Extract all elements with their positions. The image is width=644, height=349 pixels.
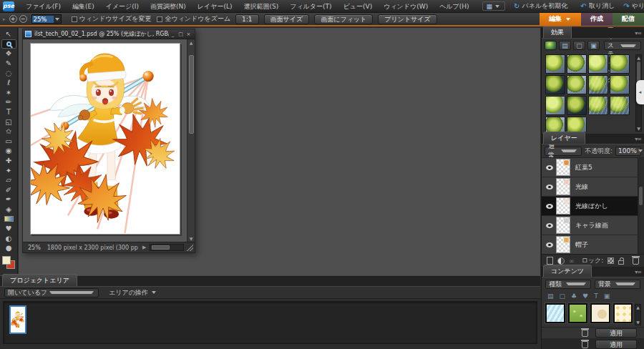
zoom-tool[interactable] bbox=[1, 39, 16, 49]
text-icon[interactable]: T bbox=[594, 293, 598, 300]
layer-thumbnail[interactable] bbox=[556, 178, 570, 195]
scrollbar-thumb[interactable] bbox=[152, 245, 170, 250]
effect-thumbnail[interactable] bbox=[567, 75, 587, 94]
show-open-files-dropdown[interactable]: 開いているファイルを表示 bbox=[4, 288, 99, 298]
brush-tool[interactable]: ✐ bbox=[1, 185, 16, 195]
content-panel-tab[interactable]: コンテンツ bbox=[543, 265, 592, 277]
crop-tool[interactable]: ◱ bbox=[1, 117, 16, 127]
magic-wand-tool[interactable]: ✶ bbox=[1, 88, 16, 98]
blend-mode-dropdown[interactable]: 通常 bbox=[545, 147, 582, 156]
doc-horizontal-scrollbar[interactable] bbox=[150, 244, 184, 251]
backgrounds-icon[interactable]: ▤ bbox=[547, 293, 554, 300]
gradient-tool[interactable] bbox=[1, 214, 16, 224]
layer-visibility-toggle[interactable] bbox=[544, 185, 555, 190]
apply-button[interactable]: 適用 bbox=[595, 328, 637, 338]
layer-row[interactable]: 光線 bbox=[542, 177, 644, 197]
effect-thumbnail[interactable] bbox=[588, 54, 608, 74]
fit-screen-button[interactable]: 画面サイズ bbox=[264, 14, 310, 24]
shape-tool[interactable]: ♥ bbox=[1, 224, 16, 234]
zoom-percent-input[interactable]: 25% bbox=[31, 14, 62, 24]
eyedropper-tool[interactable]: ✎ bbox=[1, 59, 16, 69]
sponge-tool[interactable]: ● bbox=[1, 243, 16, 253]
panel-menu-icon[interactable]: ▾≡ bbox=[635, 136, 641, 142]
content-type-dropdown[interactable]: 種類 bbox=[545, 280, 591, 289]
mode-tab-edit[interactable]: 編集 bbox=[540, 12, 581, 26]
resize-windows-checkbox[interactable] bbox=[72, 16, 77, 22]
eraser-tool[interactable]: ▱ bbox=[1, 175, 16, 185]
paint-bucket-tool[interactable]: ◈ bbox=[1, 205, 16, 215]
doc-close-button[interactable]: × bbox=[185, 31, 192, 37]
effect-thumbnail[interactable] bbox=[545, 96, 565, 115]
print-size-button[interactable]: プリントサイズ bbox=[378, 14, 436, 24]
effects-panel-tab[interactable]: 効果 bbox=[543, 26, 572, 38]
doc-minimize-button[interactable]: _ bbox=[169, 31, 177, 37]
layer-visibility-toggle[interactable] bbox=[544, 165, 555, 170]
healing-brush-tool[interactable]: ✚ bbox=[1, 156, 16, 166]
effect-thumbnail[interactable] bbox=[610, 54, 630, 74]
scrollbar-thumb[interactable] bbox=[639, 187, 643, 205]
themes-icon[interactable]: ▣ bbox=[604, 293, 610, 300]
marquee-tool[interactable]: ◌ bbox=[1, 68, 16, 78]
delete-layer-icon[interactable] bbox=[633, 257, 639, 265]
content-thumb-stripes[interactable] bbox=[545, 303, 565, 323]
content-value-dropdown[interactable]: 背景 bbox=[595, 280, 640, 289]
menu-item[interactable]: 編集(E) bbox=[67, 0, 100, 13]
delete-content-icon[interactable] bbox=[582, 341, 588, 348]
quick-selection-tool[interactable]: ✏ bbox=[1, 97, 16, 107]
effect-thumbnail[interactable] bbox=[610, 96, 630, 115]
graphics-icon[interactable]: ♣ bbox=[571, 293, 577, 300]
shapes-icon[interactable]: ♥ bbox=[582, 293, 588, 300]
zoom-out-icon[interactable]: − bbox=[19, 15, 27, 23]
layer-styles-icon[interactable]: ▤ bbox=[559, 41, 571, 50]
cookie-cutter-tool[interactable]: ✩ bbox=[1, 127, 16, 137]
menu-item[interactable]: ビュー(V) bbox=[338, 0, 379, 13]
effect-thumbnail[interactable] bbox=[567, 117, 587, 132]
lasso-tool[interactable]: ℓ bbox=[1, 78, 16, 88]
hand-tool[interactable]: ❖ bbox=[1, 49, 16, 59]
canvas-page[interactable] bbox=[30, 43, 180, 235]
frames-icon[interactable]: ▢ bbox=[560, 293, 566, 300]
panel-menu-icon[interactable]: ▾≡ bbox=[635, 269, 641, 275]
layer-row[interactable]: キャラ線画 bbox=[542, 216, 644, 235]
reset-panels-button[interactable]: ↻パネルを初期化 bbox=[509, 1, 572, 11]
adjustment-layer-icon[interactable] bbox=[557, 257, 565, 265]
effect-thumbnail[interactable] bbox=[545, 54, 565, 74]
content-thumb-cream[interactable] bbox=[590, 303, 610, 323]
effects-type-dropdown[interactable]: アーティスティック bbox=[604, 41, 641, 50]
effect-thumbnail[interactable] bbox=[610, 75, 630, 94]
menu-item[interactable]: ウィンドウ(W) bbox=[378, 0, 434, 13]
content-scrollbar[interactable]: ▲▼ bbox=[635, 304, 641, 325]
move-tool[interactable]: ↖ bbox=[1, 29, 16, 39]
all-effects-icon[interactable]: ▣ bbox=[587, 41, 600, 50]
mode-tab-share[interactable]: 配信 bbox=[613, 12, 644, 26]
menu-item[interactable]: フィルター(T) bbox=[284, 0, 337, 13]
straighten-tool[interactable]: ▭ bbox=[1, 137, 16, 147]
open-file-thumbnail[interactable] bbox=[9, 305, 26, 334]
menu-item[interactable]: 画質調整(N) bbox=[145, 0, 192, 13]
lock-all-icon[interactable] bbox=[618, 260, 624, 265]
actual-pixels-button[interactable]: 1:1 bbox=[235, 14, 258, 24]
type-tool[interactable]: T bbox=[1, 107, 16, 117]
new-layer-icon[interactable] bbox=[547, 257, 553, 265]
resize-grip[interactable] bbox=[186, 244, 193, 251]
zoom-in-icon[interactable]: + bbox=[9, 15, 17, 23]
content-thumb-grass[interactable] bbox=[568, 303, 588, 323]
layer-thumbnail[interactable] bbox=[556, 197, 570, 215]
delete-content-icon[interactable] bbox=[582, 330, 588, 337]
layer-visibility-toggle[interactable] bbox=[544, 204, 555, 209]
effect-thumbnail[interactable] bbox=[567, 96, 587, 115]
menu-item[interactable]: イメージ(I) bbox=[100, 0, 145, 13]
apply-button[interactable]: 適用 bbox=[595, 340, 637, 349]
menu-item[interactable]: レイヤー(L) bbox=[192, 0, 238, 13]
layer-thumbnail[interactable] bbox=[556, 236, 570, 253]
doc-restore-button[interactable]: □ bbox=[177, 31, 185, 37]
scrollbar-thumb[interactable] bbox=[189, 55, 194, 134]
doc-vertical-scrollbar[interactable]: ▲▼ bbox=[187, 39, 195, 242]
smart-brush-tool[interactable]: ✒ bbox=[1, 195, 16, 205]
redo-button[interactable]: ↷やり直し bbox=[619, 1, 644, 11]
effect-thumbnail[interactable] bbox=[588, 75, 608, 94]
layers-scrollbar[interactable] bbox=[638, 158, 644, 254]
zoom-all-windows-checkbox[interactable] bbox=[157, 16, 162, 22]
effect-thumbnail[interactable] bbox=[545, 75, 565, 94]
layers-panel-tab[interactable]: レイヤー bbox=[543, 132, 585, 144]
